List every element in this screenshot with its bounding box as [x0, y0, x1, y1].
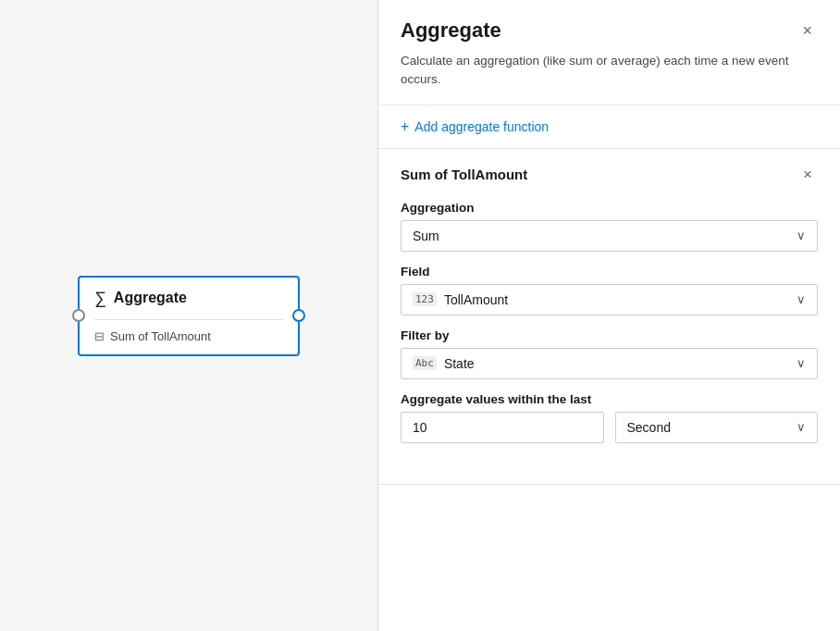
aggregation-field-group: Aggregation Sum ∨ — [401, 201, 818, 252]
aggregation-dropdown-arrow: ∨ — [797, 229, 806, 242]
node-header: ∑ Aggregate — [94, 289, 283, 308]
time-unit-value: Second — [627, 420, 671, 435]
filter-dropdown[interactable]: Abc State ∨ — [401, 348, 818, 379]
add-function-label: Add aggregate function — [414, 119, 549, 134]
plus-icon: + — [401, 118, 409, 135]
filter-label: Filter by — [401, 328, 818, 342]
field-value-row: 123 TollAmount — [413, 292, 508, 307]
right-panel: Aggregate × Calculate an aggregation (li… — [377, 0, 840, 631]
time-value-group — [401, 412, 604, 443]
function-block-title: Sum of TollAmount — [401, 167, 527, 182]
node-row-icon: ⊟ — [94, 329, 105, 343]
aggregation-label: Aggregation — [401, 201, 818, 215]
function-block: Sum of TollAmount × Aggregation Sum ∨ Fi… — [378, 149, 840, 485]
connector-right — [292, 309, 305, 322]
function-block-remove-button[interactable]: × — [797, 164, 818, 186]
time-label: Aggregate values within the last — [401, 392, 818, 406]
add-aggregate-function-row[interactable]: + Add aggregate function — [378, 105, 840, 149]
filter-dropdown-arrow: ∨ — [797, 356, 806, 370]
filter-type-icon: Abc — [413, 356, 437, 370]
aggregation-dropdown[interactable]: Sum ∨ — [401, 220, 818, 252]
node-row: ⊟ Sum of TollAmount — [94, 329, 283, 343]
connector-left — [72, 309, 85, 322]
field-dropdown-arrow: ∨ — [797, 292, 806, 306]
aggregate-node: ∑ Aggregate ⊟ Sum of TollAmount — [78, 276, 300, 356]
filter-value: State — [444, 356, 475, 371]
function-block-header: Sum of TollAmount × — [401, 164, 818, 186]
field-dropdown[interactable]: 123 TollAmount ∨ — [401, 284, 818, 316]
canvas-area: ∑ Aggregate ⊟ Sum of TollAmount — [0, 0, 377, 631]
field-field-group: Field 123 TollAmount ∨ — [401, 265, 818, 316]
aggregation-value: Sum — [413, 229, 439, 243]
time-field-group: Aggregate values within the last Second … — [401, 392, 818, 456]
filter-value-row: Abc State — [413, 356, 475, 371]
node-row-label: Sum of TollAmount — [110, 329, 211, 343]
node-divider — [94, 319, 283, 320]
panel-header: Aggregate × Calculate an aggregation (li… — [378, 0, 840, 105]
time-unit-group: Second ∨ — [615, 412, 819, 443]
time-inline-fields: Second ∨ — [401, 412, 818, 456]
node-title: Aggregate — [114, 290, 187, 306]
field-label: Field — [401, 265, 818, 278]
sigma-icon: ∑ — [94, 289, 106, 308]
panel-close-button[interactable]: × — [797, 20, 818, 41]
panel-title-row: Aggregate × — [401, 19, 818, 43]
field-value: TollAmount — [444, 292, 508, 307]
filter-field-group: Filter by Abc State ∨ — [401, 328, 818, 379]
time-unit-dropdown[interactable]: Second ∨ — [615, 412, 819, 443]
time-value-input[interactable] — [401, 412, 604, 443]
field-type-icon: 123 — [413, 292, 437, 306]
time-unit-dropdown-arrow: ∨ — [797, 420, 806, 434]
panel-description: Calculate an aggregation (like sum or av… — [401, 52, 818, 90]
panel-title: Aggregate — [401, 19, 501, 43]
